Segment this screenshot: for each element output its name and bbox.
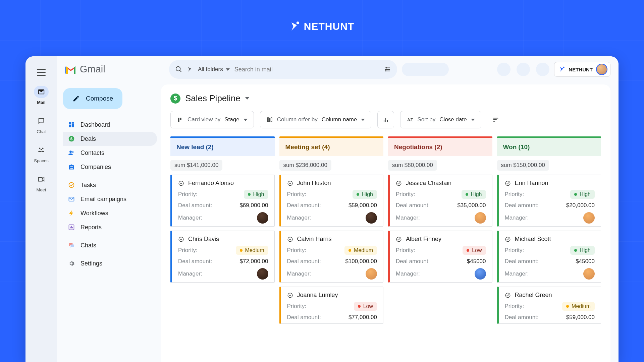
columnorder-control[interactable]: Column orfer by Column name (260, 111, 372, 128)
stats-button[interactable] (377, 111, 394, 128)
check-circle-icon (68, 181, 75, 189)
deal-card[interactable]: John Huston Priority:High Deal amount:$5… (279, 175, 384, 227)
column-sum: sum $141,000.00 (170, 160, 222, 171)
column-header[interactable]: New lead (2) (170, 136, 275, 156)
content-panel: $ Sales Pipeline Card view by Stage Colu… (161, 84, 610, 362)
topbar-circle-2[interactable] (517, 63, 530, 76)
search-input[interactable] (234, 66, 379, 73)
gmail-logo[interactable]: Gmail (63, 64, 157, 75)
nethunt-badge[interactable]: NETHUNT (554, 62, 610, 77)
check-circle-outline-icon (287, 236, 293, 242)
sort-control[interactable]: AZ Sort by Close date (400, 111, 481, 128)
deal-card[interactable]: Michael Scott Priority:High Deal amount:… (497, 231, 601, 283)
chevron-down-icon (244, 119, 248, 121)
nav-chats[interactable]: Chats (63, 238, 157, 252)
nav-dashboard[interactable]: Dashboard (63, 118, 157, 132)
mail-icon (38, 88, 45, 96)
nav-reports[interactable]: Reports (63, 220, 157, 234)
svg-point-22 (179, 237, 183, 242)
column-header[interactable]: Meeting set (4) (279, 136, 384, 156)
searchbar[interactable]: All folders (169, 60, 397, 79)
deal-card[interactable]: Jessica Chastain Priority:High Deal amou… (388, 175, 492, 227)
chevron-down-icon (226, 68, 230, 71)
envelope-icon (68, 195, 75, 203)
video-icon (38, 176, 45, 183)
folder-selector[interactable]: All folders (198, 66, 230, 73)
nav-contacts[interactable]: Contacts (63, 146, 157, 160)
page-title: Sales Pipeline (185, 93, 240, 104)
spaces-icon (38, 146, 45, 154)
rail-mail[interactable]: Mail (25, 86, 57, 105)
rail-spaces[interactable]: Spaces (25, 144, 57, 163)
nav-tasks[interactable]: Tasks (63, 178, 157, 192)
deal-card[interactable]: Erin Hannon Priority:High Deal amount:$2… (497, 175, 601, 227)
cardview-control[interactable]: Card view by Stage (170, 111, 254, 128)
pencil-icon (72, 95, 80, 102)
app-window: Mail Chat Spaces Meet Gmail Compose Dash… (25, 56, 619, 362)
hamburger-icon[interactable] (37, 69, 46, 76)
topbar-circle-1[interactable] (497, 63, 511, 76)
column-header[interactable]: Negotiations (2) (388, 136, 492, 156)
column-sum: sum $150,000.00 (497, 160, 549, 171)
svg-point-30 (505, 293, 510, 298)
nethunt-small-icon (187, 66, 193, 72)
manager-avatar (366, 268, 377, 280)
svg-point-6 (69, 150, 72, 153)
search-icon (175, 66, 182, 73)
kanban-board: New lead (2) sum $141,000.00 Fernando Al… (170, 136, 601, 362)
columns-icon (266, 116, 273, 123)
nav-settings[interactable]: Settings (63, 256, 157, 270)
topbar-action-circles (497, 63, 549, 76)
nav-deals[interactable]: $Deals (63, 132, 157, 146)
svg-rect-18 (267, 118, 269, 122)
column-sum: sum $80,000.00 (388, 160, 437, 171)
column-negotiations: Negotiations (2) sum $80,000.00 Jessica … (388, 136, 492, 362)
nav-campaigns[interactable]: Email campaigns (63, 192, 157, 206)
svg-text:$: $ (70, 136, 73, 141)
rail-meet[interactable]: Meet (25, 173, 57, 192)
column-meeting-set: Meeting set (4) sum $236,000.00 John Hus… (279, 136, 384, 362)
svg-rect-19 (269, 118, 270, 122)
chat-icon (38, 117, 45, 125)
svg-point-26 (396, 181, 401, 186)
svg-point-3 (41, 149, 42, 150)
manager-avatar (583, 212, 595, 224)
topbar-circle-3[interactable] (536, 63, 549, 76)
chats-icon (68, 242, 75, 249)
svg-rect-20 (271, 118, 272, 122)
deal-card[interactable]: Joanna Lumley Priority:Low Deal amount:$… (279, 287, 384, 324)
kanban-icon (177, 116, 183, 123)
rail-chat[interactable]: Chat (25, 115, 57, 134)
pipeline-dollar-icon: $ (170, 94, 180, 104)
manager-avatar (257, 212, 268, 224)
chevron-down-icon (361, 119, 365, 121)
nav-companies[interactable]: Companies (63, 160, 157, 174)
contacts-icon (68, 149, 75, 157)
deal-card[interactable]: Chris Davis Priority:Medium Deal amount:… (170, 231, 275, 283)
deal-card[interactable]: Rachel Green Priority:Medium Deal amount… (497, 287, 601, 324)
column-new-lead: New lead (2) sum $141,000.00 Fernando Al… (170, 136, 275, 362)
svg-point-24 (288, 237, 292, 242)
deal-card[interactable]: Albert Finney Priority:Low Deal amount:$… (388, 231, 492, 283)
deal-card[interactable]: Calvin Harris Priority:Medium Deal amoun… (279, 231, 384, 283)
pipeline-dropdown-icon[interactable] (245, 97, 249, 100)
brand-logo-top: NETHUNT (290, 21, 354, 32)
check-circle-outline-icon (178, 180, 184, 186)
svg-rect-17 (180, 118, 181, 120)
topbar: All folders NETHUNT (161, 56, 619, 82)
rail: Mail Chat Spaces Meet (25, 56, 57, 362)
check-circle-outline-icon (505, 236, 511, 242)
chart-icon (68, 224, 75, 231)
svg-point-21 (179, 181, 183, 186)
nav-workflows[interactable]: Workflows (63, 206, 157, 220)
svg-point-27 (396, 237, 401, 242)
user-avatar[interactable] (596, 64, 607, 75)
sort-lines-button[interactable] (487, 111, 504, 128)
svg-point-2 (42, 147, 44, 149)
column-header[interactable]: Won (10) (497, 136, 601, 156)
compose-button[interactable]: Compose (63, 88, 122, 109)
deal-card[interactable]: Fernando Alonso Priority:High Deal amoun… (170, 175, 275, 227)
tune-icon[interactable] (384, 66, 391, 73)
svg-point-11 (176, 67, 180, 71)
svg-point-12 (386, 67, 387, 69)
